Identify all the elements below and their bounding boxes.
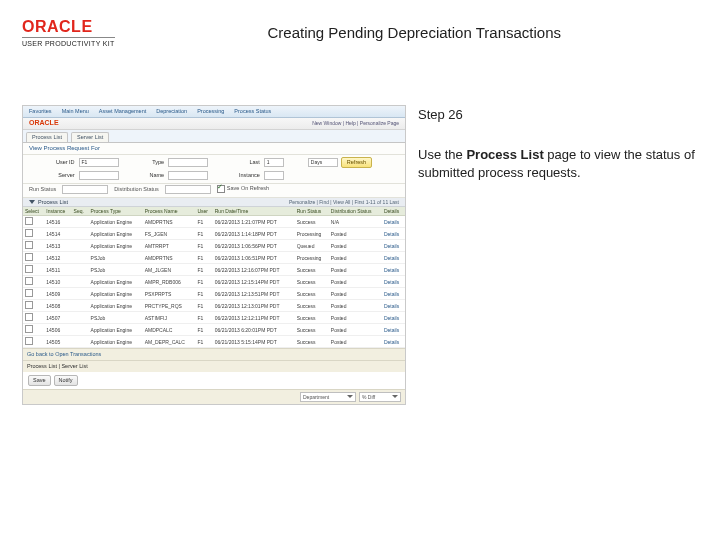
table-cell bbox=[72, 252, 89, 264]
mini-brand: ORACLE bbox=[29, 119, 59, 127]
lbl-name: Name bbox=[123, 172, 165, 179]
table-cell: 14513 bbox=[44, 240, 71, 252]
inp-instance bbox=[264, 171, 284, 180]
table-cell: Application Engine bbox=[89, 300, 143, 312]
table-cell: Details bbox=[382, 216, 405, 228]
table-cell: Application Engine bbox=[89, 216, 143, 228]
table-cell bbox=[23, 336, 44, 348]
sub-tabs: Process List | Server List bbox=[23, 360, 405, 372]
table-cell: 06/21/2013 6:20:01PM PDT bbox=[213, 324, 295, 336]
table-cell: Details bbox=[382, 324, 405, 336]
col-header: Run Date/Time bbox=[213, 207, 295, 216]
table-cell: AM_DEPR_CALC bbox=[143, 336, 196, 348]
table-cell bbox=[23, 288, 44, 300]
table-cell bbox=[72, 312, 89, 324]
dd-department: Department bbox=[300, 392, 356, 402]
page-title: Creating Pending Depreciation Transactio… bbox=[131, 24, 698, 41]
instr-pre: Use the bbox=[418, 147, 466, 162]
col-header: Select bbox=[23, 207, 44, 216]
table-cell: Application Engine bbox=[89, 324, 143, 336]
inp-name bbox=[168, 171, 208, 180]
inp-server bbox=[79, 171, 119, 180]
mini-menu-item: Process Status bbox=[234, 108, 271, 115]
table-cell: AMDPRTNS bbox=[143, 252, 196, 264]
table-cell bbox=[72, 300, 89, 312]
inp-last-unit: Days bbox=[308, 158, 338, 167]
go-back-link: Go back to Open Transactions bbox=[23, 348, 405, 360]
table-cell bbox=[72, 216, 89, 228]
table-cell: 14505 bbox=[44, 336, 71, 348]
table-cell: AM_JLGEN bbox=[143, 264, 196, 276]
brand-name: ORACLE bbox=[22, 18, 93, 36]
table-cell: Posted bbox=[329, 312, 382, 324]
btn-notify: Notify bbox=[54, 375, 78, 386]
table-row: 14505Application EngineAM_DEPR_CALCF106/… bbox=[23, 336, 405, 348]
table-row: 14507PSJobASTIMFIJF106/22/2013 12:12:11P… bbox=[23, 312, 405, 324]
table-cell: Success bbox=[295, 312, 329, 324]
mini-tab-process-list: Process List bbox=[26, 132, 68, 142]
table-cell: Details bbox=[382, 312, 405, 324]
table-cell: F1 bbox=[195, 300, 212, 312]
table-cell: F1 bbox=[195, 276, 212, 288]
table-cell: Details bbox=[382, 228, 405, 240]
table-cell: N/A bbox=[329, 216, 382, 228]
table-cell bbox=[23, 300, 44, 312]
instr-bold: Process List bbox=[466, 147, 543, 162]
table-cell: Posted bbox=[329, 228, 382, 240]
table-cell: Posted bbox=[329, 240, 382, 252]
table-cell: Success bbox=[295, 216, 329, 228]
mini-menu-bar: Favorites Main Menu Asset Management Dep… bbox=[23, 106, 405, 118]
table-cell: Processing bbox=[295, 252, 329, 264]
table-cell bbox=[23, 216, 44, 228]
table-cell: 14511 bbox=[44, 264, 71, 276]
table-cell: 06/22/2013 12:13:51PM PDT bbox=[213, 288, 295, 300]
dd-pct-diff: % Diff bbox=[359, 392, 401, 402]
table-cell: Posted bbox=[329, 324, 382, 336]
table-cell: PSJob bbox=[89, 252, 143, 264]
table-cell: Application Engine bbox=[89, 276, 143, 288]
process-table: SelectInstanceSeq.Process TypeProcess Na… bbox=[23, 207, 405, 348]
table-cell: 06/22/2013 1:06:56PM PDT bbox=[213, 240, 295, 252]
table-cell bbox=[72, 324, 89, 336]
cb-save-on-refresh: Save On Refresh bbox=[217, 185, 269, 193]
lbl-user-id: User ID bbox=[29, 159, 75, 166]
table-cell: F1 bbox=[195, 288, 212, 300]
table-cell: Details bbox=[382, 264, 405, 276]
mini-section-title: View Process Request For bbox=[23, 143, 405, 155]
table-cell bbox=[23, 264, 44, 276]
inp-type bbox=[168, 158, 208, 167]
table-cell bbox=[23, 276, 44, 288]
table-cell: 14507 bbox=[44, 312, 71, 324]
table-cell: 14512 bbox=[44, 252, 71, 264]
table-cell bbox=[23, 228, 44, 240]
table-cell: F1 bbox=[195, 216, 212, 228]
table-cell: Success bbox=[295, 300, 329, 312]
col-header: Process Name bbox=[143, 207, 196, 216]
inp-last: 1 bbox=[264, 158, 284, 167]
table-cell: F1 bbox=[195, 240, 212, 252]
table-cell bbox=[72, 276, 89, 288]
btn-save: Save bbox=[28, 375, 51, 386]
table-cell: PRCTYPE_RQS bbox=[143, 300, 196, 312]
table-cell: F1 bbox=[195, 312, 212, 324]
table-cell: AMDPCALC bbox=[143, 324, 196, 336]
table-cell: Application Engine bbox=[89, 228, 143, 240]
mini-menu-item: Favorites bbox=[29, 108, 52, 115]
chevron-down-icon bbox=[347, 395, 353, 398]
lbl-type: Type bbox=[123, 159, 165, 166]
table-cell: F1 bbox=[195, 336, 212, 348]
collapse-icon bbox=[29, 200, 35, 204]
table-cell: 14510 bbox=[44, 276, 71, 288]
brand-block: ORACLE USER PRODUCTIVITY KIT bbox=[22, 18, 115, 47]
brand-subtitle: USER PRODUCTIVITY KIT bbox=[22, 37, 115, 47]
table-cell: Details bbox=[382, 300, 405, 312]
col-header: Distribution Status bbox=[329, 207, 382, 216]
table-cell bbox=[72, 240, 89, 252]
table-cell: Posted bbox=[329, 300, 382, 312]
table-cell: AMPR_RDB006 bbox=[143, 276, 196, 288]
table-cell: F1 bbox=[195, 228, 212, 240]
table-cell bbox=[72, 336, 89, 348]
table-cell: Application Engine bbox=[89, 240, 143, 252]
table-cell: 14506 bbox=[44, 324, 71, 336]
chevron-down-icon bbox=[392, 395, 398, 398]
